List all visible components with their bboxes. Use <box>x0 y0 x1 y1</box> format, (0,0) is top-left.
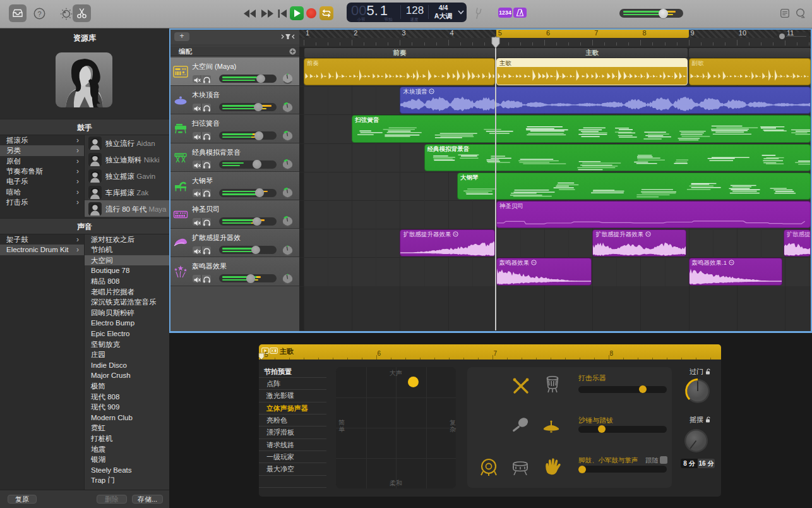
svg-text:?: ? <box>37 10 41 18</box>
